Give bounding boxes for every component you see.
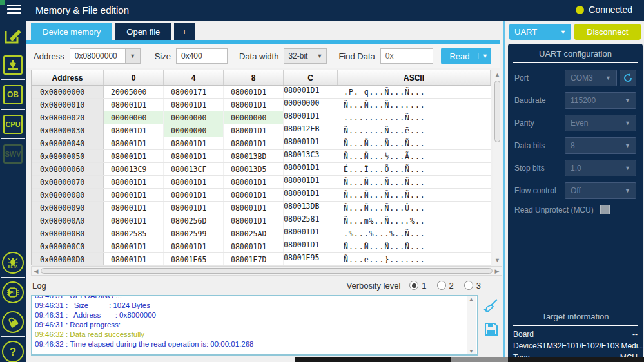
column-header[interactable]: 8 <box>224 70 284 85</box>
memory-cell[interactable]: 080001D1 <box>164 189 224 201</box>
column-header[interactable]: 4 <box>164 70 224 85</box>
memory-cell[interactable]: 080001D1 <box>284 227 338 240</box>
baudrate-select[interactable]: 115200▼ <box>565 92 636 109</box>
memory-cell[interactable]: 080001D1 <box>224 99 284 111</box>
hamburger-menu-icon[interactable] <box>7 5 21 16</box>
memory-cell[interactable]: 080013DB <box>284 202 338 214</box>
port-select[interactable]: COM3▼ <box>565 70 617 86</box>
memory-cell[interactable]: 00000000 <box>224 111 284 124</box>
memory-cell[interactable]: 080001D1 <box>164 176 224 188</box>
memory-cell[interactable]: 08002581 <box>284 214 338 227</box>
column-header[interactable]: C <box>284 70 338 85</box>
memory-cell[interactable]: 00000000 <box>164 124 224 137</box>
sidebar-item-swv[interactable]: SWV <box>2 141 24 167</box>
sidebar-item-option-bytes[interactable]: OB <box>2 82 24 108</box>
memory-cell[interactable]: 080001D1 <box>164 240 224 252</box>
data-width-select[interactable]: 32-bit▼ <box>284 48 327 64</box>
sidebar-item-secure-programming[interactable] <box>2 309 24 335</box>
memory-cell[interactable]: 00000000 <box>104 111 164 124</box>
read-dropdown-arrow-icon[interactable]: ▼ <box>478 53 491 59</box>
memory-cell[interactable]: 080001D1 <box>224 137 284 149</box>
verbosity-option[interactable]: 2 <box>437 281 454 291</box>
memory-cell[interactable]: 080001D1 <box>224 176 284 188</box>
memory-cell[interactable]: 080013C3 <box>284 150 338 162</box>
memory-cell[interactable]: 080001D1 <box>164 99 224 111</box>
memory-cell[interactable]: 080013BD <box>224 150 284 162</box>
size-input[interactable]: 0x400 <box>176 48 228 64</box>
memory-cell[interactable]: 080001D1 <box>224 124 284 137</box>
interface-select[interactable]: UART ▼ <box>509 24 571 40</box>
memory-cell[interactable]: 080001D1 <box>164 150 224 162</box>
radio-button[interactable] <box>409 281 418 290</box>
memory-cell[interactable]: 080001D1 <box>284 137 338 149</box>
read-button[interactable]: Read ▼ <box>441 48 491 64</box>
stop-bits-select[interactable]: 1.0▼ <box>565 160 636 176</box>
memory-cell[interactable]: 080001D1 <box>284 86 338 98</box>
memory-cell[interactable]: 080001D1 <box>104 189 164 201</box>
memory-cell[interactable]: 080001D1 <box>224 240 284 252</box>
memory-cell[interactable]: 080001D1 <box>104 240 164 252</box>
memory-cell[interactable]: 08002599 <box>164 227 224 240</box>
memory-cell[interactable]: 080013C9 <box>104 163 164 175</box>
memory-cell[interactable]: 080001D1 <box>164 202 224 214</box>
memory-cell[interactable]: 0800256D <box>164 214 224 227</box>
radio-button[interactable] <box>437 281 446 290</box>
memory-cell[interactable]: 080001D1 <box>104 214 164 227</box>
table-vertical-scrollbar[interactable]: ▲▼ <box>493 70 502 265</box>
memory-cell[interactable]: 080001D1 <box>224 202 284 214</box>
column-header[interactable]: ASCII <box>338 70 491 85</box>
memory-cell[interactable]: 08001E65 <box>164 253 224 265</box>
memory-cell[interactable]: 080001D1 <box>164 137 224 149</box>
memory-cell[interactable]: 080001D1 <box>284 163 338 175</box>
memory-cell[interactable]: 080001D1 <box>284 176 338 188</box>
memory-cell[interactable]: 080013D5 <box>224 163 284 175</box>
memory-cell[interactable]: 00000000 <box>164 111 224 124</box>
sidebar-item-memory-file[interactable] <box>2 23 24 48</box>
flow-control-select[interactable]: Off▼ <box>565 182 636 199</box>
memory-cell[interactable]: 080001D1 <box>104 253 164 265</box>
memory-cell[interactable]: 080001D1 <box>284 189 338 201</box>
memory-cell[interactable]: 080001D1 <box>104 124 164 137</box>
column-header[interactable]: Address <box>32 70 104 85</box>
sidebar-item-cpu[interactable]: CPU <box>2 111 24 137</box>
memory-cell[interactable]: 080001D1 <box>104 150 164 162</box>
memory-cell[interactable]: 080001D1 <box>224 189 284 201</box>
sidebar-item-external-loaders[interactable]: EL <box>2 280 24 305</box>
memory-cell[interactable]: 080013CF <box>164 163 224 175</box>
column-header[interactable]: 0 <box>104 70 164 85</box>
log-output[interactable]: 09:46:31 : UPLOADING ...09:46:31 : Size … <box>31 295 478 356</box>
radio-button[interactable] <box>464 281 473 290</box>
address-dropdown-arrow-icon[interactable]: ▼ <box>125 48 141 64</box>
address-input[interactable]: 0x08000000 <box>70 48 125 64</box>
tab-add-button[interactable]: + <box>174 23 195 40</box>
sidebar-item-erasing-programming[interactable] <box>2 52 24 78</box>
refresh-ports-button[interactable] <box>620 70 636 86</box>
parity-select[interactable]: Even▼ <box>565 115 636 131</box>
memory-cell[interactable]: 080001D1 <box>104 176 164 188</box>
table-horizontal-scrollbar[interactable]: ◀▶ <box>31 266 502 276</box>
memory-cell[interactable]: 080001D1 <box>104 137 164 149</box>
data-bits-select[interactable]: 8▼ <box>565 137 636 154</box>
tab-open-file[interactable]: Open file <box>115 23 171 40</box>
memory-cell[interactable]: 080025AD <box>224 227 284 240</box>
memory-cell[interactable]: 00000000 <box>284 99 338 111</box>
clear-log-broom-icon[interactable] <box>483 298 499 313</box>
memory-cell[interactable]: 20005000 <box>104 86 164 98</box>
memory-cell[interactable]: 080001D1 <box>284 240 338 252</box>
log-vertical-scrollbar[interactable]: ▲▼ <box>467 296 476 354</box>
save-log-floppy-icon[interactable] <box>484 322 498 336</box>
verbosity-option[interactable]: 3 <box>464 281 481 291</box>
verbosity-option[interactable]: 1 <box>409 281 426 291</box>
memory-cell[interactable]: 080001D1 <box>284 111 338 124</box>
memory-cell[interactable]: 080001D1 <box>104 99 164 111</box>
sidebar-item-help[interactable]: ? <box>2 339 24 362</box>
memory-cell[interactable]: 080001D1 <box>224 214 284 227</box>
tab-device-memory[interactable]: Device memory <box>31 23 112 40</box>
memory-cell[interactable]: 08000171 <box>164 86 224 98</box>
memory-cell[interactable]: 080012EB <box>284 124 338 137</box>
sidebar-item-beta-tools[interactable]: BETA <box>2 250 24 276</box>
memory-cell[interactable]: 08001E95 <box>284 253 338 265</box>
disconnect-button[interactable]: Disconnect <box>574 24 641 40</box>
read-unprotect-checkbox[interactable] <box>600 205 610 214</box>
memory-cell[interactable]: 08001E7D <box>224 253 284 265</box>
